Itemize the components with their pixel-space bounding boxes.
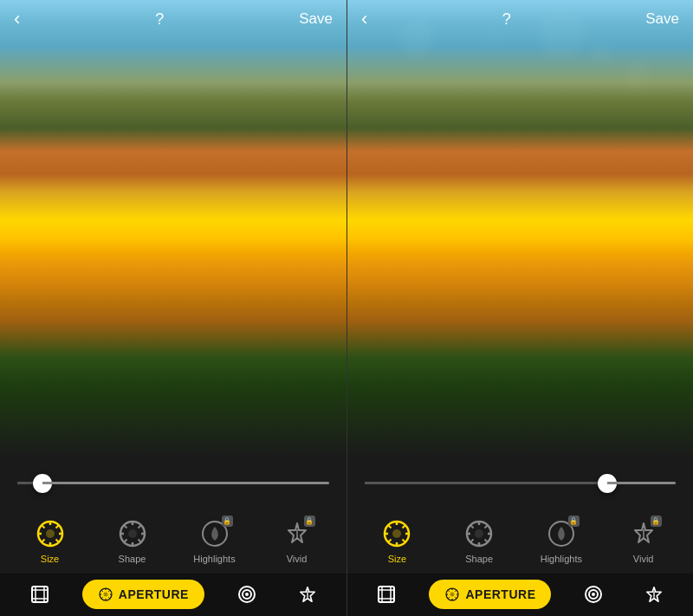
right-crop-button[interactable] [367,580,405,608]
svg-line-18 [124,540,126,542]
left-highlights-lock [222,515,233,527]
svg-point-52 [392,529,401,538]
svg-line-34 [108,598,110,600]
right-aperture-btn-icon [444,587,460,602]
left-vivid-lock [304,515,315,527]
svg-rect-23 [32,587,48,602]
right-panel: ‹ ? Save [346,0,693,616]
left-size-label: Size [41,554,59,564]
left-size-icon [35,518,66,549]
svg-line-49 [403,540,405,542]
right-size-label: Size [388,554,406,564]
svg-rect-66 [379,587,394,602]
left-vivid-label: Vivid [287,554,308,564]
svg-line-77 [456,598,457,600]
left-aperture-btn-icon [98,587,113,602]
svg-line-8 [42,540,44,542]
svg-line-58 [471,526,474,528]
left-size-icon-wrap [34,517,67,550]
svg-line-50 [403,526,405,528]
right-help-button[interactable]: ? [502,10,511,29]
left-tool-size[interactable]: Size [24,517,76,564]
svg-line-6 [55,540,58,542]
left-header: ‹ ? Save [0,0,346,38]
svg-line-7 [55,526,58,528]
right-shape-icon-wrap [463,517,495,550]
right-highlights-label: Highlights [541,554,582,564]
svg-line-60 [485,526,488,528]
left-shape-icon-wrap [116,517,149,550]
left-panel: ‹ ? Save [0,0,346,616]
svg-point-83 [592,593,595,596]
right-aperture-label: APERTURE [465,587,535,601]
svg-line-78 [456,591,457,593]
svg-line-79 [449,598,450,600]
left-image-area [0,0,346,458]
svg-line-36 [101,598,103,600]
svg-line-15 [124,526,126,528]
left-help-button[interactable]: ? [155,10,164,29]
right-highlights-icon-wrap [545,517,578,550]
svg-point-80 [450,593,455,597]
left-tools-row: Size Shape [0,508,346,574]
right-lens-icon [583,584,604,605]
svg-line-76 [449,591,450,593]
svg-line-5 [42,526,44,528]
right-tool-vivid[interactable]: Vivid [618,517,670,564]
svg-point-40 [245,593,249,596]
svg-line-35 [108,591,110,593]
right-star-icon [644,585,664,604]
left-slider-area [0,458,346,508]
svg-point-62 [475,529,483,538]
left-back-button[interactable]: ‹ [14,10,20,29]
right-flower-image [347,0,693,458]
right-highlights-lock [568,515,580,527]
left-star-button[interactable] [289,581,326,607]
right-lens-button[interactable] [574,580,612,608]
right-save-button[interactable]: Save [645,10,679,28]
right-back-button[interactable]: ‹ [361,10,367,29]
left-flower-image [0,0,346,458]
right-tool-size[interactable]: Size [371,517,423,564]
left-tool-vivid[interactable]: Vivid [271,517,323,564]
svg-point-9 [46,529,55,538]
left-crop-button[interactable] [21,580,59,608]
left-tool-highlights[interactable]: Highlights [189,517,241,564]
right-size-icon-wrap [380,517,413,550]
right-star-button[interactable] [636,581,672,607]
left-shape-label: Shape [119,554,146,564]
right-header: ‹ ? Save [347,0,693,38]
left-shape-icon [117,518,148,549]
right-aperture-button[interactable]: APERTURE [429,580,551,609]
left-bottom-bar: APERTURE [0,574,346,616]
left-lens-button[interactable] [228,580,266,608]
right-size-icon [381,518,412,549]
right-vivid-label: Vivid [633,554,654,564]
right-tool-shape[interactable]: Shape [453,517,505,564]
right-slider-track[interactable] [365,482,676,484]
svg-point-37 [103,593,107,597]
svg-point-19 [128,529,137,538]
right-bottom-bar: APERTURE [347,574,693,616]
svg-line-59 [485,540,488,542]
left-aperture-button[interactable]: APERTURE [82,580,204,609]
left-slider-track[interactable] [17,482,329,484]
left-highlights-label: Highlights [193,554,235,564]
left-aperture-label: APERTURE [119,587,189,601]
svg-line-48 [389,526,392,528]
svg-line-17 [138,526,140,528]
right-tools-row: Size Shape [347,508,693,574]
right-shape-icon [463,518,495,549]
left-tool-shape[interactable]: Shape [107,517,159,564]
left-save-button[interactable]: Save [299,10,333,28]
left-star-icon [298,585,317,604]
svg-line-33 [101,591,103,593]
right-tool-highlights[interactable]: Highlights [535,517,587,564]
right-image-area [347,0,693,458]
right-vivid-lock [651,515,662,527]
left-lens-icon [236,584,257,605]
left-vivid-icon-wrap [281,517,314,550]
svg-line-16 [138,540,140,542]
svg-line-61 [471,540,474,542]
right-slider-area [347,458,693,508]
